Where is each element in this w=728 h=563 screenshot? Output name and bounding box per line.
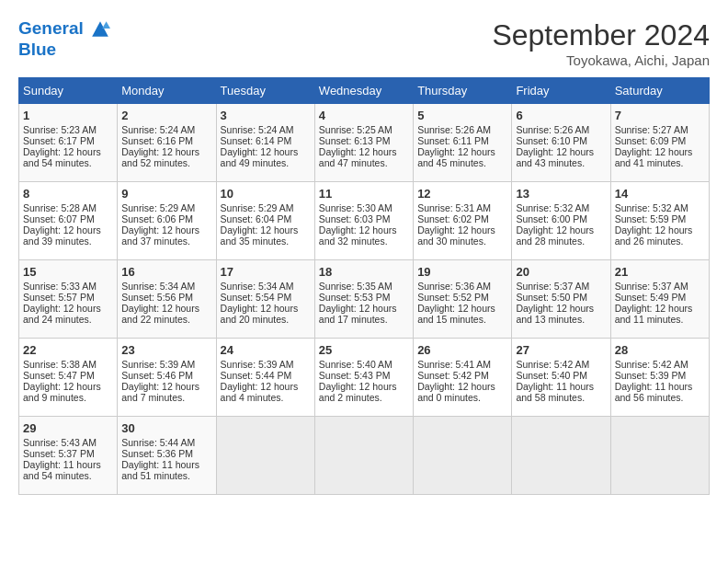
day-info-line: Sunset: 5:43 PM [319, 370, 409, 381]
day-info-line: and 35 minutes. [221, 236, 311, 247]
day-info-line: and 41 minutes. [615, 157, 705, 168]
day-info-line: and 17 minutes. [319, 314, 409, 325]
day-info-line: Sunrise: 5:42 AM [615, 359, 705, 370]
day-info-line: Sunrise: 5:36 AM [417, 281, 507, 292]
day-info-line: and 30 minutes. [417, 236, 507, 247]
calendar-cell: 30Sunrise: 5:44 AMSunset: 5:36 PMDayligh… [118, 417, 216, 495]
day-info-line: Sunset: 6:16 PM [121, 135, 211, 146]
day-info-line: and 4 minutes. [221, 392, 311, 403]
day-info-line: Daylight: 12 hours [23, 381, 113, 392]
day-info-line: and 47 minutes. [319, 157, 409, 168]
day-info-line: Daylight: 12 hours [121, 381, 211, 392]
day-info-line: and 54 minutes. [23, 470, 113, 481]
day-number: 19 [417, 265, 507, 279]
day-number: 1 [23, 109, 113, 122]
calendar-cell: 27Sunrise: 5:42 AMSunset: 5:40 PMDayligh… [512, 339, 610, 417]
day-info-line: Daylight: 12 hours [319, 381, 409, 392]
day-info-line: and 9 minutes. [23, 392, 113, 403]
day-info-line: Sunset: 5:59 PM [615, 213, 705, 224]
day-info-line: Sunset: 6:03 PM [319, 213, 409, 224]
day-info-line: Sunrise: 5:29 AM [221, 202, 311, 213]
day-number: 11 [319, 187, 409, 201]
day-header-friday: Friday [512, 78, 610, 104]
day-info-line: Daylight: 12 hours [615, 303, 705, 314]
day-info-line: Daylight: 11 hours [23, 459, 113, 470]
day-info-line: Daylight: 11 hours [615, 381, 705, 392]
calendar-cell: 13Sunrise: 5:32 AMSunset: 6:00 PMDayligh… [512, 182, 610, 260]
logo-text: General [18, 18, 110, 40]
day-info-line: Sunrise: 5:24 AM [121, 124, 211, 135]
day-info-line: Sunset: 6:02 PM [417, 213, 507, 224]
day-info-line: Sunrise: 5:32 AM [516, 202, 606, 213]
day-info-line: Sunrise: 5:31 AM [417, 202, 507, 213]
day-info-line: Daylight: 12 hours [121, 303, 211, 314]
day-info-line: Sunset: 5:57 PM [23, 292, 113, 303]
day-info-line: Sunrise: 5:43 AM [23, 437, 113, 448]
logo-icon [90, 19, 110, 40]
calendar-header-row: SundayMondayTuesdayWednesdayThursdayFrid… [19, 78, 710, 104]
calendar-cell: 4Sunrise: 5:25 AMSunset: 6:13 PMDaylight… [314, 104, 413, 182]
day-info-line: Daylight: 12 hours [221, 303, 311, 314]
calendar-cell: 8Sunrise: 5:28 AMSunset: 6:07 PMDaylight… [19, 182, 118, 260]
day-info-line: Daylight: 12 hours [417, 381, 507, 392]
day-number: 28 [615, 343, 705, 357]
day-info-line: Sunset: 6:00 PM [516, 213, 606, 224]
logo-blue-text: Blue [18, 40, 110, 60]
day-info-line: Sunset: 5:47 PM [23, 370, 113, 381]
day-number: 21 [615, 265, 705, 279]
week-row-1: 1Sunrise: 5:23 AMSunset: 6:17 PMDaylight… [19, 104, 710, 182]
day-info-line: Sunrise: 5:23 AM [23, 124, 113, 135]
day-info-line: and 13 minutes. [516, 314, 606, 325]
month-title: September 2024 [492, 18, 710, 52]
day-info-line: Sunset: 6:17 PM [23, 135, 113, 146]
day-info-line: Sunset: 5:52 PM [417, 292, 507, 303]
day-number: 22 [23, 343, 113, 357]
day-number: 18 [319, 265, 409, 279]
calendar-cell: 7Sunrise: 5:27 AMSunset: 6:09 PMDaylight… [610, 104, 709, 182]
day-number: 7 [615, 109, 705, 122]
day-info-line: and 11 minutes. [615, 314, 705, 325]
day-info-line: Sunrise: 5:28 AM [23, 202, 113, 213]
calendar-cell: 23Sunrise: 5:39 AMSunset: 5:46 PMDayligh… [118, 339, 216, 417]
calendar-cell [414, 417, 512, 495]
day-info-line: and 28 minutes. [516, 236, 606, 247]
day-info-line: and 0 minutes. [417, 392, 507, 403]
day-info-line: Sunset: 5:40 PM [516, 370, 606, 381]
day-header-sunday: Sunday [19, 78, 118, 104]
day-info-line: Sunset: 6:04 PM [221, 213, 311, 224]
day-info-line: Sunset: 5:50 PM [516, 292, 606, 303]
day-number: 24 [221, 343, 311, 357]
title-block: September 2024 Toyokawa, Aichi, Japan [492, 18, 710, 68]
calendar-cell [314, 417, 413, 495]
day-info-line: Sunrise: 5:37 AM [615, 281, 705, 292]
day-info-line: and 49 minutes. [221, 157, 311, 168]
day-info-line: Sunrise: 5:44 AM [121, 437, 211, 448]
calendar-cell: 22Sunrise: 5:38 AMSunset: 5:47 PMDayligh… [19, 339, 118, 417]
day-info-line: Sunrise: 5:42 AM [516, 359, 606, 370]
calendar-cell: 9Sunrise: 5:29 AMSunset: 6:06 PMDaylight… [118, 182, 216, 260]
day-number: 23 [121, 343, 211, 357]
day-number: 17 [221, 265, 311, 279]
day-info-line: and 54 minutes. [23, 157, 113, 168]
day-info-line: Sunrise: 5:30 AM [319, 202, 409, 213]
calendar-cell: 6Sunrise: 5:26 AMSunset: 6:10 PMDaylight… [512, 104, 610, 182]
day-info-line: Sunrise: 5:26 AM [417, 124, 507, 135]
day-info-line: Daylight: 12 hours [516, 303, 606, 314]
day-header-monday: Monday [118, 78, 216, 104]
day-info-line: and 39 minutes. [23, 236, 113, 247]
day-info-line: Sunset: 5:36 PM [121, 448, 211, 459]
day-info-line: Sunset: 6:13 PM [319, 135, 409, 146]
day-info-line: Sunrise: 5:39 AM [221, 359, 311, 370]
day-info-line: Sunrise: 5:34 AM [221, 281, 311, 292]
calendar-cell: 28Sunrise: 5:42 AMSunset: 5:39 PMDayligh… [610, 339, 709, 417]
calendar-table: SundayMondayTuesdayWednesdayThursdayFrid… [18, 77, 710, 495]
day-info-line: Daylight: 12 hours [319, 224, 409, 236]
day-info-line: and 45 minutes. [417, 157, 507, 168]
day-info-line: Daylight: 12 hours [417, 303, 507, 314]
day-info-line: and 37 minutes. [121, 236, 211, 247]
calendar-cell: 16Sunrise: 5:34 AMSunset: 5:56 PMDayligh… [118, 260, 216, 339]
day-number: 8 [23, 187, 113, 201]
day-info-line: Sunrise: 5:25 AM [319, 124, 409, 135]
day-info-line: Sunset: 5:53 PM [319, 292, 409, 303]
calendar-cell: 19Sunrise: 5:36 AMSunset: 5:52 PMDayligh… [414, 260, 512, 339]
